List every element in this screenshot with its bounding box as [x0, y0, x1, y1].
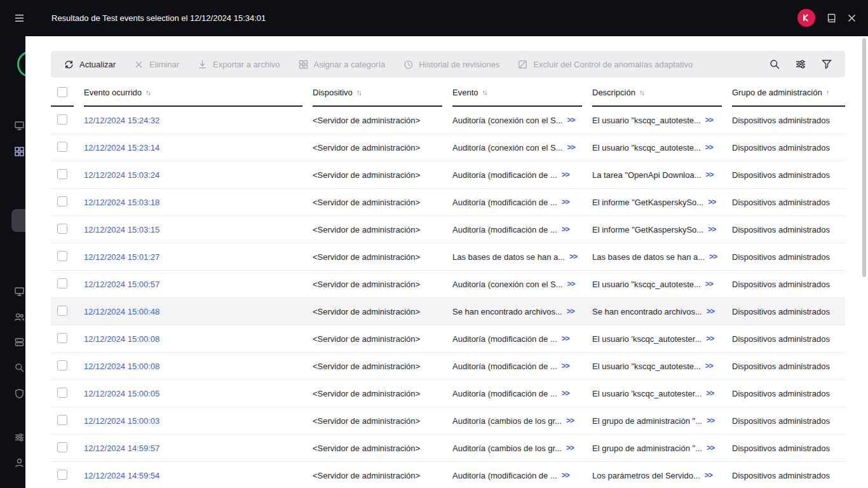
expand-link[interactable]: >>: [708, 225, 715, 234]
expand-link[interactable]: >>: [566, 444, 574, 452]
group-cell: Dispositivos administrados: [732, 198, 845, 207]
event-time-link[interactable]: 12/12/2024 15:00:57: [84, 280, 159, 289]
settings-sliders-icon[interactable]: [14, 432, 25, 443]
table-row[interactable]: 12/12/2024 15:00:57 <Servidor de adminis…: [51, 271, 845, 298]
row-checkbox[interactable]: [57, 142, 67, 152]
expand-link[interactable]: >>: [708, 198, 715, 207]
table-row[interactable]: 12/12/2024 15:24:32 <Servidor de adminis…: [51, 107, 845, 134]
table-row[interactable]: 12/12/2024 15:01:27 <Servidor de adminis…: [51, 243, 845, 271]
table-row[interactable]: 12/12/2024 15:03:15 <Servidor de adminis…: [51, 216, 845, 243]
table-row[interactable]: 12/12/2024 15:00:03 <Servidor de adminis…: [51, 407, 845, 435]
event-time-link[interactable]: 12/12/2024 15:00:08: [84, 362, 159, 371]
row-checkbox[interactable]: [57, 442, 67, 452]
kaspersky-logo-badge[interactable]: [797, 9, 815, 27]
event-cell: Auditoría (modificación de ... >>: [452, 362, 582, 371]
event-time-link[interactable]: 12/12/2024 15:24:32: [84, 116, 159, 125]
expand-link[interactable]: >>: [566, 416, 574, 425]
devices-monitor-icon[interactable]: [14, 286, 25, 297]
table-row[interactable]: 12/12/2024 15:00:05 <Servidor de adminis…: [51, 380, 845, 407]
monitoring-icon[interactable]: [14, 120, 25, 131]
expand-link[interactable]: >>: [567, 280, 574, 288]
expand-link[interactable]: >>: [709, 252, 717, 261]
row-checkbox[interactable]: [57, 196, 67, 207]
expand-link[interactable]: >>: [567, 307, 574, 316]
column-header-evento[interactable]: Evento ↑↓: [452, 79, 582, 107]
users-icon[interactable]: [14, 311, 25, 322]
table-row[interactable]: 12/12/2024 15:00:08 <Servidor de adminis…: [51, 353, 845, 380]
expand-link[interactable]: >>: [705, 471, 712, 480]
event-time-link[interactable]: 12/12/2024 15:00:03: [84, 416, 159, 426]
expand-link[interactable]: >>: [707, 444, 714, 452]
row-checkbox[interactable]: [57, 360, 67, 370]
event-time-link[interactable]: 12/12/2024 15:00:08: [84, 334, 159, 344]
device-cell: <Servidor de administración>: [313, 170, 442, 180]
table-row[interactable]: 12/12/2024 15:00:08 <Servidor de adminis…: [51, 325, 845, 353]
column-header-dispositivo[interactable]: Dispositivo ↑↓: [313, 79, 442, 107]
close-icon[interactable]: [846, 13, 857, 24]
row-checkbox[interactable]: [57, 388, 67, 398]
row-checkbox[interactable]: [57, 470, 67, 480]
row-checkbox[interactable]: [57, 169, 67, 179]
help-book-icon[interactable]: [826, 13, 837, 24]
event-time-link[interactable]: 12/12/2024 15:03:24: [84, 170, 159, 180]
row-checkbox[interactable]: [57, 114, 67, 125]
expand-link[interactable]: >>: [562, 471, 569, 480]
expand-link[interactable]: >>: [567, 116, 574, 125]
expand-link[interactable]: >>: [707, 416, 714, 425]
servers-icon[interactable]: [14, 337, 25, 348]
group-cell: Dispositivos administrados: [732, 471, 845, 480]
expand-link[interactable]: >>: [705, 362, 713, 370]
table-row[interactable]: 12/12/2024 15:23:14 <Servidor de adminis…: [51, 134, 845, 161]
expand-link[interactable]: >>: [562, 198, 569, 207]
search-icon[interactable]: [14, 362, 25, 373]
search-icon[interactable]: [769, 58, 780, 70]
refresh-button[interactable]: Actualizar: [55, 51, 125, 78]
event-time-link[interactable]: 12/12/2024 15:00:48: [84, 307, 159, 316]
row-checkbox[interactable]: [57, 224, 67, 234]
column-header-descripcion[interactable]: Descripción ↑↓: [592, 79, 722, 107]
table-row[interactable]: 12/12/2024 15:03:18 <Servidor de adminis…: [51, 189, 845, 216]
select-all-checkbox[interactable]: [57, 87, 67, 97]
event-time-link[interactable]: 12/12/2024 15:03:15: [84, 225, 159, 234]
expand-link[interactable]: >>: [706, 389, 714, 398]
row-checkbox[interactable]: [57, 333, 67, 343]
expand-link[interactable]: >>: [705, 116, 713, 125]
expand-link[interactable]: >>: [705, 280, 713, 288]
event-time-link[interactable]: 12/12/2024 15:01:27: [84, 252, 159, 262]
expand-link[interactable]: >>: [562, 334, 569, 343]
event-time-link[interactable]: 12/12/2024 15:00:05: [84, 389, 159, 398]
row-checkbox[interactable]: [57, 251, 67, 261]
dashboard-grid-icon[interactable]: [14, 146, 25, 157]
expand-link[interactable]: >>: [569, 252, 577, 261]
table-row[interactable]: 12/12/2024 14:59:57 <Servidor de adminis…: [51, 435, 845, 462]
column-header-grupo-administracion[interactable]: Grupo de administración ↑: [732, 79, 845, 107]
expand-link[interactable]: >>: [562, 389, 569, 398]
table-row[interactable]: 12/12/2024 15:03:24 <Servidor de adminis…: [51, 161, 845, 189]
expand-link[interactable]: >>: [706, 170, 714, 179]
scrollbar-thumb[interactable]: [862, 38, 866, 277]
expand-link[interactable]: >>: [562, 362, 569, 370]
table-row[interactable]: 12/12/2024 15:00:48 <Servidor de adminis…: [51, 298, 845, 325]
row-checkbox[interactable]: [57, 415, 67, 425]
expand-link[interactable]: >>: [567, 143, 574, 152]
row-checkbox[interactable]: [57, 306, 67, 316]
event-time-link[interactable]: 12/12/2024 15:23:14: [84, 143, 159, 152]
user-account-icon[interactable]: [14, 458, 25, 468]
row-checkbox[interactable]: [57, 278, 67, 288]
event-time-link[interactable]: 12/12/2024 14:59:54: [84, 471, 159, 480]
filter-funnel-icon[interactable]: [821, 58, 832, 70]
expand-link[interactable]: >>: [705, 143, 713, 152]
event-time-link[interactable]: 12/12/2024 15:03:18: [84, 198, 159, 207]
event-time-link[interactable]: 12/12/2024 14:59:57: [84, 444, 159, 453]
expand-link[interactable]: >>: [562, 225, 569, 234]
expand-link[interactable]: >>: [562, 170, 569, 179]
column-header-evento-ocurrido[interactable]: Evento ocurrido ↑↓: [84, 79, 302, 107]
menu-icon[interactable]: [14, 13, 25, 24]
row-checkbox-cell: [51, 142, 74, 154]
panel-title: Resultado de Test events selection el 12…: [51, 0, 266, 36]
expand-link[interactable]: >>: [706, 334, 714, 343]
table-row[interactable]: 12/12/2024 14:59:54 <Servidor de adminis…: [51, 462, 845, 488]
expand-link[interactable]: >>: [707, 307, 714, 316]
shield-icon[interactable]: [14, 388, 25, 399]
column-settings-icon[interactable]: [795, 58, 806, 70]
